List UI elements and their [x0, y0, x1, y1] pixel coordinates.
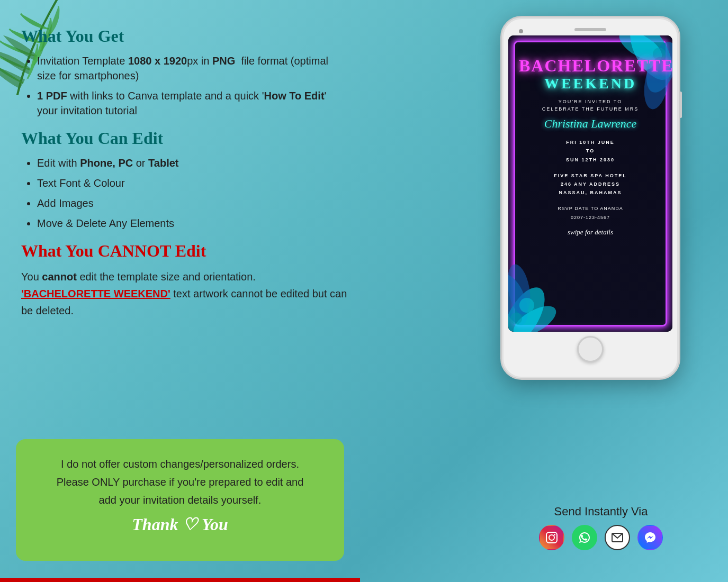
bold-tablet: Tablet [148, 157, 178, 169]
phone-camera [519, 29, 523, 33]
invite-card: BACHELORETTE WEEKEND YOU'RE INVITED TOCE… [508, 35, 672, 332]
left-panel: What You Get Invitation Template 1080 x … [21, 16, 349, 319]
can-edit-item-4: Move & Delete Any Elements [37, 216, 349, 231]
invite-subtitle: YOU'RE INVITED TOCELEBRATE THE FUTURE MR… [519, 98, 662, 113]
bold-pdf: 1 PDF [37, 90, 67, 102]
cannot-bold: cannot [42, 271, 77, 283]
send-via-section: Send Instantly Via [506, 505, 696, 550]
bold-png: PNG [212, 55, 235, 67]
whatsapp-icon[interactable] [572, 525, 597, 550]
phone-mockup: BACHELORETTE WEEKEND YOU'RE INVITED TOCE… [500, 16, 680, 380]
invite-deco-bottom-left [508, 237, 567, 332]
can-edit-list: Edit with Phone, PC or Tablet Text Font … [21, 156, 349, 231]
bold-phone-pc: Phone, PC [80, 157, 133, 169]
svg-point-13 [549, 535, 554, 540]
phone-top-bar [508, 28, 672, 31]
invite-dates: FRI 10TH JUNETOSUN 12TH 2030 [519, 138, 662, 164]
can-edit-item-3: Add Images [37, 196, 349, 211]
invite-title-weekend: WEEKEND [519, 75, 662, 92]
instagram-icon[interactable] [539, 525, 564, 550]
cannot-edit-text: You cannot edit the template size and or… [21, 268, 349, 319]
invite-venue: FIVE STAR SPA HOTEL246 ANY ADDRESSNASSAU… [519, 171, 662, 197]
thank-you-text: Thank ♡ You [37, 514, 323, 534]
red-bottom-bar [0, 578, 360, 582]
phone-side-button [679, 92, 682, 118]
phone-mockup-container: BACHELORETTE WEEKEND YOU'RE INVITED TOCE… [495, 16, 686, 380]
invite-name: Christina Lawrence [519, 117, 662, 131]
green-disclaimer-box: I do not offer custom changes/personaliz… [16, 439, 344, 561]
cannot-edit-title: What You CANNOT Edit [21, 241, 349, 261]
what-you-can-edit-title: What You Can Edit [21, 129, 349, 148]
invite-rsvp: RSVP DATE TO ANANDA0207-123-4567 [519, 204, 662, 221]
svg-point-10 [519, 298, 534, 313]
disclaimer-text: I do not offer custom changes/personaliz… [37, 455, 323, 509]
email-icon[interactable] [605, 525, 630, 550]
phone-home-button[interactable] [577, 336, 604, 362]
what-you-get-list: Invitation Template 1080 x 1920px in PNG… [21, 53, 349, 118]
can-edit-item-2: Text Font & Colour [37, 176, 349, 190]
invite-content: BACHELORETTE WEEKEND YOU'RE INVITED TOCE… [519, 46, 662, 242]
invite-title-bachelorette: BACHELORETTE [519, 57, 662, 75]
send-icons-row [506, 525, 696, 550]
send-via-title: Send Instantly Via [506, 505, 696, 519]
what-you-get-title: What You Get [21, 26, 349, 46]
can-edit-item-1: Edit with Phone, PC or Tablet [37, 156, 349, 170]
svg-point-11 [510, 313, 522, 324]
phone-speaker [574, 28, 606, 31]
get-item-1: Invitation Template 1080 x 1920px in PNG… [37, 53, 349, 83]
bold-how-to-edit: How To Edit [264, 90, 324, 102]
invite-swipe: swipe for details [519, 228, 662, 237]
bold-dimensions: 1080 x 1920 [128, 55, 187, 67]
phone-screen: BACHELORETTE WEEKEND YOU'RE INVITED TOCE… [508, 35, 672, 332]
svg-point-14 [554, 534, 555, 535]
get-item-2: 1 PDF with links to Canva template and a… [37, 88, 349, 118]
messenger-icon[interactable] [637, 525, 663, 550]
svg-rect-12 [546, 532, 557, 543]
bachelorette-weekend-bold: 'BACHELORETTE WEEKEND' [21, 288, 170, 299]
